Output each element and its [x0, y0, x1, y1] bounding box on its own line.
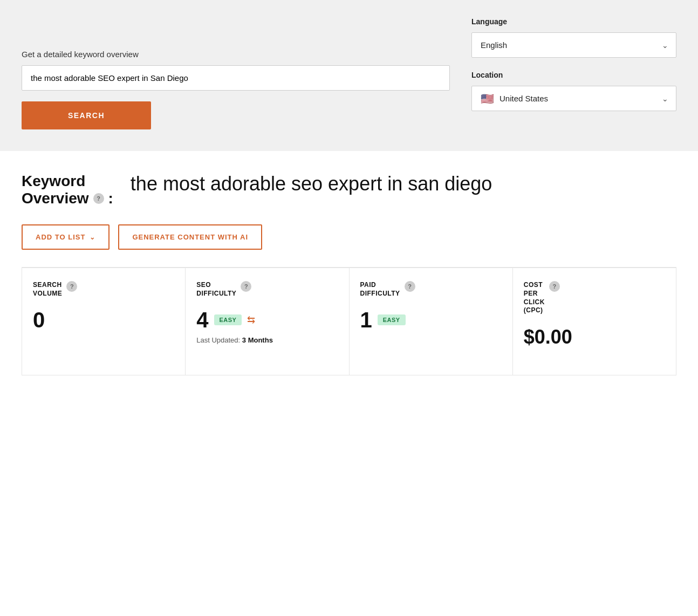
seo-difficulty-value: 4: [196, 309, 208, 331]
search-button[interactable]: SEARCH: [22, 101, 151, 129]
paid-difficulty-title: PAIDDIFFICULTY: [360, 281, 400, 298]
add-to-list-button[interactable]: ADD TO LIST ⌄: [22, 224, 110, 250]
generate-content-label: GENERATE CONTENT WITH AI: [132, 233, 248, 241]
results-section: Keyword Overview ? : the most adorable s…: [0, 151, 698, 375]
keyword-phrase-display: the most adorable seo expert in san dieg…: [131, 173, 492, 195]
metric-card-seo-difficulty: SEODIFFICULTY ? 4 EASY ⇆ Last Updated: 3…: [186, 268, 349, 375]
results-header: Keyword Overview ? : the most adorable s…: [22, 173, 676, 207]
paid-difficulty-badge-row: 1 EASY: [360, 309, 502, 331]
metric-card-search-volume: SEARCHVOLUME ? 0: [22, 268, 186, 375]
refresh-icon[interactable]: ⇆: [247, 314, 255, 326]
search-left: Get a detailed keyword overview SEARCH: [22, 17, 450, 129]
last-updated-value: 3 Months: [242, 336, 273, 344]
paid-difficulty-header: PAIDDIFFICULTY ?: [360, 281, 502, 298]
search-panel: Get a detailed keyword overview SEARCH L…: [0, 0, 698, 151]
location-select[interactable]: United States United Kingdom Canada Aust…: [499, 86, 667, 111]
us-flag-icon: 🇺🇸: [481, 92, 494, 105]
add-to-list-chevron-icon: ⌄: [90, 234, 95, 241]
paid-difficulty-help-icon[interactable]: ?: [405, 281, 415, 292]
search-volume-header: SEARCHVOLUME ?: [33, 281, 174, 298]
keyword-title-line1: Keyword: [22, 173, 113, 190]
search-volume-help-icon[interactable]: ?: [66, 281, 77, 292]
cpc-value: $0.00: [524, 326, 665, 348]
language-select-wrapper: English Spanish French German ⌄: [471, 32, 676, 58]
search-right: Language English Spanish French German ⌄…: [471, 17, 676, 111]
seo-difficulty-title: SEODIFFICULTY: [196, 281, 236, 298]
search-description-label: Get a detailed keyword overview: [22, 50, 450, 59]
keyword-overview-title: Keyword Overview ? :: [22, 173, 113, 207]
paid-difficulty-value: 1: [360, 309, 372, 331]
last-updated-text: Last Updated: 3 Months: [196, 336, 338, 344]
cpc-help-icon[interactable]: ?: [549, 281, 560, 292]
seo-difficulty-easy-badge: EASY: [214, 314, 242, 325]
seo-difficulty-help-icon[interactable]: ?: [241, 281, 251, 292]
search-input[interactable]: [22, 65, 450, 91]
seo-difficulty-badge-row: 4 EASY ⇆: [196, 309, 338, 331]
generate-content-button[interactable]: GENERATE CONTENT WITH AI: [118, 224, 262, 250]
paid-difficulty-easy-badge: EASY: [378, 314, 406, 325]
search-volume-value: 0: [33, 309, 174, 331]
title-colon: :: [108, 190, 113, 207]
cpc-header: COSTPERCLICK(CPC) ?: [524, 281, 665, 314]
language-select[interactable]: English Spanish French German: [472, 33, 676, 57]
cpc-title: COSTPERCLICK(CPC): [524, 281, 545, 314]
seo-difficulty-header: SEODIFFICULTY ?: [196, 281, 338, 298]
add-to-list-label: ADD TO LIST: [36, 233, 85, 241]
search-volume-title: SEARCHVOLUME: [33, 281, 62, 298]
location-select-wrapper: 🇺🇸 United States United Kingdom Canada A…: [471, 86, 676, 111]
overview-help-icon[interactable]: ?: [93, 193, 104, 204]
location-label: Location: [471, 71, 676, 79]
action-buttons: ADD TO LIST ⌄ GENERATE CONTENT WITH AI: [22, 224, 676, 250]
metric-cards: SEARCHVOLUME ? 0 SEODIFFICULTY ? 4 EASY …: [22, 267, 676, 375]
language-label: Language: [471, 17, 676, 26]
metric-card-paid-difficulty: PAIDDIFFICULTY ? 1 EASY: [350, 268, 513, 375]
keyword-title-line2: Overview: [22, 190, 89, 207]
metric-card-cpc: COSTPERCLICK(CPC) ? $0.00: [513, 268, 676, 375]
